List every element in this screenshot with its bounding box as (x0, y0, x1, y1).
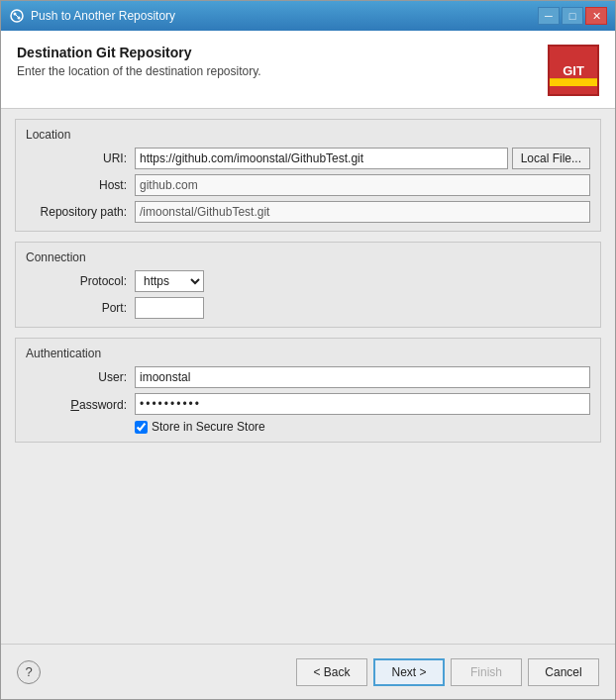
uri-input[interactable] (135, 148, 508, 169)
dialog-title: Destination Git Repository (17, 45, 261, 60)
host-row: Host: (26, 174, 590, 196)
connection-section-title: Connection (26, 250, 590, 264)
finish-button[interactable]: Finish (451, 658, 522, 686)
title-bar: Push to Another Repository ─ □ ✕ (1, 1, 615, 31)
git-logo-stripe (550, 78, 597, 86)
password-label: Password: (26, 397, 135, 412)
minimize-button[interactable]: ─ (538, 7, 560, 25)
user-row: User: (26, 366, 590, 388)
repo-path-row: Repository path: (26, 201, 590, 223)
footer-left: ? (17, 660, 41, 684)
footer-area: ? < Back Next > Finish Cancel (1, 644, 615, 699)
window-title: Push to Another Repository (31, 9, 175, 23)
secure-store-checkbox[interactable] (135, 421, 148, 434)
back-button[interactable]: < Back (296, 658, 367, 686)
footer-right: < Back Next > Finish Cancel (296, 658, 599, 686)
header-text: Destination Git Repository Enter the loc… (17, 45, 261, 78)
git-logo-text: GIT (563, 64, 584, 77)
local-file-button[interactable]: Local File... (512, 148, 590, 169)
host-input (135, 174, 590, 196)
repo-path-input (135, 201, 590, 223)
uri-row: URI: Local File... (26, 148, 590, 169)
title-bar-controls: ─ □ ✕ (538, 7, 607, 25)
location-section-title: Location (26, 128, 590, 142)
host-label: Host: (26, 178, 135, 192)
user-input[interactable] (135, 366, 590, 388)
protocol-select[interactable]: https http ssh (135, 270, 204, 292)
svg-line-3 (15, 14, 19, 18)
secure-store-label: Store in Secure Store (152, 420, 265, 434)
protocol-row: Protocol: https http ssh (26, 270, 590, 292)
close-button[interactable]: ✕ (585, 7, 607, 25)
dialog-subtitle: Enter the location of the destination re… (17, 64, 261, 78)
auth-section-title: Authentication (26, 347, 590, 360)
port-label: Port: (26, 301, 135, 315)
port-input[interactable] (135, 297, 204, 319)
content-area: Location URI: Local File... Host: Reposi… (1, 109, 615, 644)
connection-section: Connection Protocol: https http ssh Port… (15, 242, 601, 328)
uri-label: URI: (26, 151, 135, 165)
uri-input-group: Local File... (135, 148, 590, 169)
window: Push to Another Repository ─ □ ✕ Destina… (0, 0, 616, 700)
password-row: Password: (26, 393, 590, 415)
title-bar-left: Push to Another Repository (9, 8, 175, 24)
secure-store-row: Store in Secure Store (26, 420, 590, 434)
user-label: User: (26, 370, 135, 384)
password-input[interactable] (135, 393, 590, 415)
header-area: Destination Git Repository Enter the loc… (1, 31, 615, 109)
protocol-label: Protocol: (26, 274, 135, 288)
git-logo: GIT (548, 45, 599, 96)
location-section: Location URI: Local File... Host: Reposi… (15, 119, 601, 232)
help-button[interactable]: ? (17, 660, 41, 684)
next-button[interactable]: Next > (373, 658, 445, 686)
repo-path-label: Repository path: (26, 205, 135, 219)
app-icon (9, 8, 25, 24)
port-row: Port: (26, 297, 590, 319)
maximize-button[interactable]: □ (562, 7, 583, 25)
cancel-button[interactable]: Cancel (528, 658, 599, 686)
authentication-section: Authentication User: Password: Store in … (15, 338, 601, 443)
